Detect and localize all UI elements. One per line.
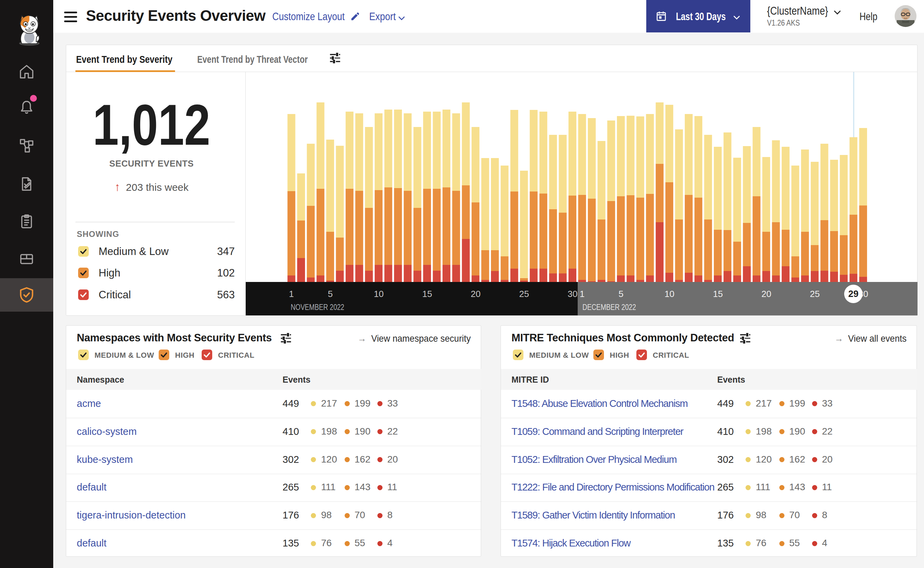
svg-text:29: 29 (848, 289, 859, 299)
svg-text:25: 25 (810, 289, 820, 299)
svg-text:1: 1 (289, 289, 294, 299)
svg-text:5: 5 (328, 289, 333, 299)
svg-text:10: 10 (665, 289, 675, 299)
svg-text:5: 5 (619, 289, 623, 299)
svg-text:NOVEMBER 2022: NOVEMBER 2022 (291, 303, 344, 312)
svg-text:25: 25 (519, 289, 529, 299)
svg-text:1: 1 (580, 289, 585, 299)
svg-text:30: 30 (568, 289, 578, 299)
svg-text:15: 15 (713, 289, 723, 299)
svg-text:20: 20 (761, 289, 772, 299)
svg-text:15: 15 (422, 289, 432, 299)
svg-text:20: 20 (471, 289, 481, 299)
svg-text:DECEMBER 2022: DECEMBER 2022 (582, 303, 636, 312)
svg-text:10: 10 (374, 289, 384, 299)
